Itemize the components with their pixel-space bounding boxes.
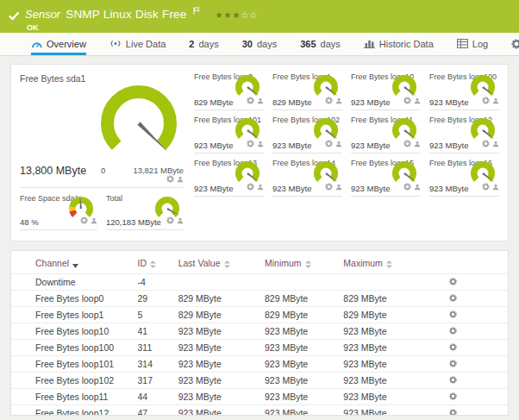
gauge-tile-free-bytes-loop1[interactable]: Free Bytes loop1829 MByte <box>272 70 342 110</box>
gauge-value: 13,800 MByte <box>20 165 86 177</box>
gear-icon[interactable] <box>80 212 88 228</box>
gear-icon[interactable] <box>449 408 457 416</box>
maximum-cell: 923 MByte <box>343 323 438 340</box>
gear-icon[interactable] <box>449 277 457 287</box>
gear-icon[interactable] <box>247 135 254 151</box>
gauge-tile-free-bytes-loop13[interactable]: Free Bytes loop13923 MByte <box>194 156 264 197</box>
gear-icon[interactable] <box>449 310 457 320</box>
gear-icon[interactable] <box>482 92 490 108</box>
channel-settings-cell <box>439 405 508 417</box>
gear-icon[interactable] <box>247 179 254 194</box>
table-row[interactable]: Free Bytes loop029829 MByte829 MByte829 … <box>11 291 508 307</box>
person-icon[interactable] <box>257 179 264 194</box>
table-row[interactable]: Free Bytes loop101314923 MByte923 MByte9… <box>11 356 508 373</box>
minimum-cell: 923 MByte <box>265 356 343 373</box>
column-label: Maximum <box>343 258 383 268</box>
tab-live-data[interactable]: Live Data <box>109 33 166 55</box>
gauge-tile-free-space-sda1[interactable]: Free Space sda148 % <box>20 191 97 230</box>
person-icon[interactable] <box>492 92 499 108</box>
gear-icon[interactable] <box>449 359 457 369</box>
gear-icon[interactable] <box>166 212 174 228</box>
person-icon[interactable] <box>335 92 342 108</box>
table-row[interactable]: Free Bytes loop102317923 MByte923 MByte9… <box>11 373 508 389</box>
gauge-tile-free-bytes-loop0[interactable]: Free Bytes loop0829 MByte <box>194 70 264 110</box>
tab-historic-data[interactable]: Historic Data <box>364 33 434 55</box>
gauge-tile-main[interactable]: Free Bytes sda1 0 13,821 MByte 13,800 MB… <box>20 70 184 188</box>
column-header-last-value[interactable]: Last Value <box>178 254 265 274</box>
table-row[interactable]: Free Bytes loop1144923 MByte923 MByte923… <box>11 389 508 405</box>
gauge-tile-free-bytes-loop12[interactable]: Free Bytes loop12923 MByte <box>429 113 499 154</box>
table-row[interactable]: Free Bytes loop15829 MByte829 MByte829 M… <box>11 307 508 323</box>
status-ok-check-icon <box>9 9 20 24</box>
gear-icon[interactable] <box>403 92 411 108</box>
channel-settings-cell <box>439 291 508 307</box>
tab-overview[interactable]: Overview <box>31 33 86 55</box>
gear-icon[interactable] <box>449 293 457 304</box>
table-row[interactable]: Downtime-4 <box>11 274 508 291</box>
gear-icon[interactable] <box>403 135 411 151</box>
gear-icon[interactable] <box>449 392 457 402</box>
tab-30-days[interactable]: 30days <box>242 33 278 55</box>
person-icon[interactable] <box>492 179 499 194</box>
channel-cell: Free Bytes loop0 <box>11 291 138 307</box>
column-header-channel[interactable]: Channel <box>11 254 138 274</box>
gear-icon[interactable] <box>325 135 333 151</box>
person-icon[interactable] <box>414 92 421 108</box>
gear-icon[interactable] <box>325 92 333 108</box>
gauge-tile-free-bytes-loop100[interactable]: Free Bytes loop100923 MByte <box>429 70 499 110</box>
gauge-tile-free-bytes-loop10[interactable]: Free Bytes loop10923 MByte <box>351 70 421 110</box>
person-icon[interactable] <box>91 212 97 228</box>
channel-cell: Free Bytes loop1 <box>11 307 138 323</box>
tab-2-days[interactable]: 2days <box>189 33 218 55</box>
person-icon[interactable] <box>335 135 342 151</box>
column-header-minimum[interactable]: Minimum <box>265 254 343 274</box>
gear-icon[interactable] <box>403 179 411 194</box>
flag-icon[interactable] <box>193 3 200 18</box>
gauge-tile-free-bytes-loop101[interactable]: Free Bytes loop101923 MByte <box>194 113 264 154</box>
gear-icon[interactable] <box>482 179 490 194</box>
gear-icon[interactable] <box>449 375 457 386</box>
tab-log[interactable]: Log <box>457 33 488 55</box>
table-row[interactable]: Free Bytes loop1247923 MByte923 MByte923… <box>11 405 508 417</box>
person-icon[interactable] <box>177 171 184 186</box>
minimum-cell: 923 MByte <box>265 389 343 405</box>
gauge-value: 923 MByte <box>351 97 390 107</box>
gauge-tile-total[interactable]: Total120,183 MByte <box>106 191 184 230</box>
last-value-cell: 923 MByte <box>178 323 265 340</box>
gauge-value: 923 MByte <box>429 141 468 150</box>
gauge-tile-free-bytes-loop16[interactable]: Free Bytes loop16923 MByte <box>429 156 499 197</box>
gear-icon[interactable] <box>325 179 333 194</box>
gauge-tile-free-bytes-loop102[interactable]: Free Bytes loop102923 MByte <box>272 113 342 154</box>
gauge-tile-free-bytes-loop14[interactable]: Free Bytes loop14923 MByte <box>272 156 342 197</box>
tab-settings[interactable]: Settings <box>511 33 519 55</box>
id-cell: 314 <box>138 356 178 373</box>
sort-both-icon <box>224 260 230 270</box>
person-icon[interactable] <box>257 135 264 151</box>
tab-365-days[interactable]: 365days <box>300 33 341 55</box>
column-header-maximum[interactable]: Maximum <box>343 254 438 274</box>
person-icon[interactable] <box>414 135 421 151</box>
last-value-cell <box>178 274 265 291</box>
channel-cell: Free Bytes loop10 <box>11 323 138 340</box>
gear-icon[interactable] <box>449 342 457 353</box>
person-icon[interactable] <box>177 212 184 228</box>
sort-both-icon <box>305 260 311 270</box>
table-row[interactable]: Free Bytes loop1041923 MByte923 MByte923… <box>11 323 508 340</box>
person-icon[interactable] <box>492 135 499 151</box>
gear-icon[interactable] <box>166 171 174 186</box>
gauge-tile-free-bytes-loop11[interactable]: Free Bytes loop11923 MByte <box>351 113 421 154</box>
sort-both-icon <box>150 260 156 270</box>
gear-icon[interactable] <box>449 326 457 336</box>
gauge-scale-min: 0 <box>101 166 105 175</box>
person-icon[interactable] <box>335 179 342 194</box>
column-header-id[interactable]: ID <box>138 254 178 274</box>
priority-stars[interactable]: ★★★☆☆ <box>216 10 259 20</box>
person-icon[interactable] <box>257 92 264 108</box>
prtg-sensor-page: Sensor SNMP Linux Disk Free ★★★☆☆ OK Ove… <box>0 0 519 420</box>
gear-icon[interactable] <box>247 92 254 108</box>
channel-settings-cell <box>439 274 508 291</box>
gear-icon[interactable] <box>482 135 490 151</box>
table-row[interactable]: Free Bytes loop100311923 MByte923 MByte9… <box>11 340 508 356</box>
gauge-tile-free-bytes-loop15[interactable]: Free Bytes loop15923 MByte <box>351 156 421 197</box>
person-icon[interactable] <box>414 179 421 194</box>
